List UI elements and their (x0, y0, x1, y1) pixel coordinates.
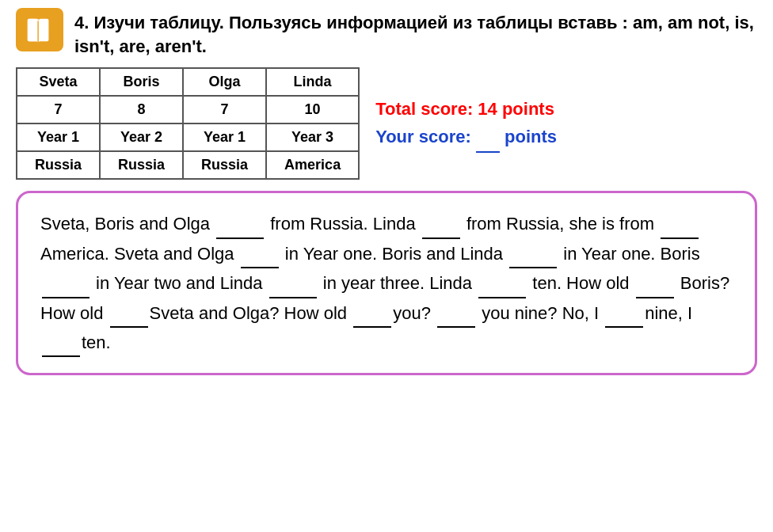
blank-5 (509, 249, 557, 268)
table-cell: Year 1 (183, 124, 266, 151)
blank-9 (636, 279, 674, 298)
table-cell: Russia (100, 151, 183, 179)
table-cell: America (266, 151, 359, 179)
table-cell: 8 (100, 96, 183, 124)
table-row: Year 1 Year 2 Year 1 Year 3 (17, 124, 359, 151)
blank-4 (241, 249, 279, 268)
table-cell: Olga (183, 68, 266, 96)
instruction-text: 4. Изучи таблицу. Пользуясь информацией … (74, 8, 757, 58)
blank-2 (422, 220, 460, 239)
table-cell: Year 1 (17, 124, 100, 151)
table-cell: Russia (183, 151, 266, 179)
total-score: Total score: 14 points (375, 95, 557, 123)
score-section: Total score: 14 points Your score: point… (375, 95, 557, 152)
table-cell: 10 (266, 96, 359, 124)
table-cell: 7 (183, 96, 266, 124)
exercise-box: Sveta, Boris and Olga from Russia. Linda… (16, 191, 757, 375)
table-row: Sveta Boris Olga Linda (17, 68, 359, 96)
your-score-suffix: points (500, 127, 557, 146)
table-cell: Russia (17, 151, 100, 179)
table-cell: Sveta (17, 68, 100, 96)
blank-7 (269, 279, 317, 298)
blank-13 (605, 309, 643, 328)
blank-12 (437, 309, 475, 328)
exercise-text: Sveta, Boris and Olga from Russia. Linda… (40, 214, 729, 352)
total-score-value: 14 points (478, 99, 554, 119)
your-score-label: Your score (375, 127, 465, 146)
blank-8 (478, 279, 526, 298)
book-icon (16, 8, 63, 51)
table-cell: Year 2 (100, 124, 183, 151)
table-row: Russia Russia Russia America (17, 151, 359, 179)
table-cell: Boris (100, 68, 183, 96)
blank-6 (42, 279, 89, 298)
blank-1 (216, 220, 264, 239)
blank-10 (110, 309, 148, 328)
blank-14 (42, 338, 80, 357)
table-cell: Linda (266, 68, 359, 96)
blank-3 (661, 220, 699, 239)
table-cell: Year 3 (266, 124, 359, 151)
table-cell: 7 (17, 96, 100, 124)
blank-11 (353, 309, 391, 328)
total-score-label: Total score (375, 99, 467, 119)
your-score: Your score: points (375, 123, 557, 152)
data-table: Sveta Boris Olga Linda 7 8 7 10 Year 1 Y… (16, 67, 360, 180)
your-score-blank (476, 123, 500, 152)
table-row: 7 8 7 10 (17, 96, 359, 124)
header: 4. Изучи таблицу. Пользуясь информацией … (16, 8, 757, 58)
page: 4. Изучи таблицу. Пользуясь информацией … (0, 0, 773, 532)
table-section: Sveta Boris Olga Linda 7 8 7 10 Year 1 Y… (16, 67, 757, 180)
